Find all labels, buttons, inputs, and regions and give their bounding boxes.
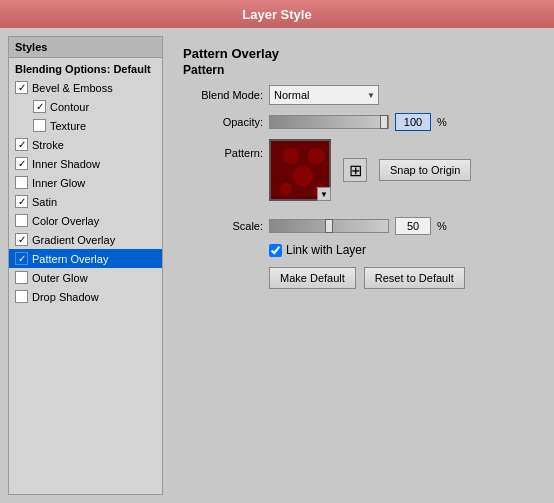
- scale-slider[interactable]: [269, 219, 389, 233]
- link-layer-checkbox[interactable]: [269, 244, 282, 257]
- drop-shadow-label: Drop Shadow: [32, 291, 99, 303]
- sidebar-item-contour[interactable]: Contour: [9, 97, 162, 116]
- gradient-overlay-checkbox[interactable]: [15, 233, 28, 246]
- satin-label: Satin: [32, 196, 57, 208]
- link-layer-label: Link with Layer: [286, 243, 366, 257]
- sidebar-item-inner-shadow[interactable]: Inner Shadow: [9, 154, 162, 173]
- opacity-row: Opacity: %: [183, 113, 534, 131]
- scale-row: Scale: %: [183, 217, 534, 235]
- contour-checkbox[interactable]: [33, 100, 46, 113]
- section-title: Pattern Overlay: [183, 46, 534, 61]
- texture-label: Texture: [50, 120, 86, 132]
- bevel-emboss-label: Bevel & Emboss: [32, 82, 113, 94]
- bottom-buttons: Make Default Reset to Default: [269, 267, 534, 289]
- link-layer-row: Link with Layer: [269, 243, 534, 257]
- sidebar-item-pattern-overlay[interactable]: Pattern Overlay: [9, 249, 162, 268]
- pattern-label: Pattern:: [183, 147, 263, 159]
- blend-mode-row: Blend Mode: Normal Dissolve Multiply Scr…: [183, 85, 534, 105]
- window-title: Layer Style: [242, 7, 311, 22]
- scale-label: Scale:: [183, 220, 263, 232]
- inner-glow-label: Inner Glow: [32, 177, 85, 189]
- scale-input[interactable]: [395, 217, 431, 235]
- section-subtitle: Pattern: [183, 63, 534, 77]
- blend-mode-label: Blend Mode:: [183, 89, 263, 101]
- pattern-area: ▼ ⊞ Snap to Origin: [269, 139, 471, 201]
- opacity-percent: %: [437, 116, 447, 128]
- sidebar-item-texture[interactable]: Texture: [9, 116, 162, 135]
- blend-mode-select[interactable]: Normal Dissolve Multiply Screen Overlay: [269, 85, 379, 105]
- sidebar-item-color-overlay[interactable]: Color Overlay: [9, 211, 162, 230]
- sidebar-item-drop-shadow[interactable]: Drop Shadow: [9, 287, 162, 306]
- sidebar-item-gradient-overlay[interactable]: Gradient Overlay: [9, 230, 162, 249]
- sidebar-item-stroke[interactable]: Stroke: [9, 135, 162, 154]
- inner-shadow-checkbox[interactable]: [15, 157, 28, 170]
- opacity-slider-container: %: [269, 113, 447, 131]
- content-area: Pattern Overlay Pattern Blend Mode: Norm…: [171, 36, 546, 495]
- left-panel: Styles Blending Options: Default Bevel &…: [8, 36, 163, 495]
- outer-glow-checkbox[interactable]: [15, 271, 28, 284]
- panel-title: Styles: [9, 37, 162, 58]
- pattern-options-button[interactable]: ⊞: [343, 158, 367, 182]
- drop-shadow-checkbox[interactable]: [15, 290, 28, 303]
- sidebar-item-inner-glow[interactable]: Inner Glow: [9, 173, 162, 192]
- satin-checkbox[interactable]: [15, 195, 28, 208]
- title-bar: Layer Style: [0, 0, 554, 28]
- stroke-checkbox[interactable]: [15, 138, 28, 151]
- inner-shadow-label: Inner Shadow: [32, 158, 100, 170]
- stroke-label: Stroke: [32, 139, 64, 151]
- texture-checkbox[interactable]: [33, 119, 46, 132]
- styles-list: Blending Options: Default Bevel & Emboss…: [9, 58, 162, 494]
- color-overlay-checkbox[interactable]: [15, 214, 28, 227]
- dialog-body: Styles Blending Options: Default Bevel &…: [0, 28, 554, 503]
- right-panel: Pattern Overlay Pattern Blend Mode: Norm…: [171, 36, 546, 495]
- make-default-button[interactable]: Make Default: [269, 267, 356, 289]
- pattern-thumbnail-wrapper[interactable]: ▼: [269, 139, 331, 201]
- snap-to-origin-button[interactable]: Snap to Origin: [379, 159, 471, 181]
- pattern-overlay-label: Pattern Overlay: [32, 253, 108, 265]
- sidebar-item-satin[interactable]: Satin: [9, 192, 162, 211]
- opacity-input[interactable]: [395, 113, 431, 131]
- reset-default-button[interactable]: Reset to Default: [364, 267, 465, 289]
- bevel-emboss-checkbox[interactable]: [15, 81, 28, 94]
- pattern-dropdown-button[interactable]: ▼: [317, 187, 331, 201]
- pattern-overlay-checkbox[interactable]: [15, 252, 28, 265]
- gradient-overlay-label: Gradient Overlay: [32, 234, 115, 246]
- scale-percent: %: [437, 220, 447, 232]
- pattern-row: Pattern: ▼ ⊞ Snap to Origin: [183, 139, 534, 209]
- outer-glow-label: Outer Glow: [32, 272, 88, 284]
- color-overlay-label: Color Overlay: [32, 215, 99, 227]
- sidebar-item-bevel-emboss[interactable]: Bevel & Emboss: [9, 78, 162, 97]
- contour-label: Contour: [50, 101, 89, 113]
- opacity-label: Opacity:: [183, 116, 263, 128]
- scale-slider-container: %: [269, 217, 447, 235]
- blend-mode-select-wrapper[interactable]: Normal Dissolve Multiply Screen Overlay: [269, 85, 379, 105]
- inner-glow-checkbox[interactable]: [15, 176, 28, 189]
- opacity-slider[interactable]: [269, 115, 389, 129]
- sidebar-item-outer-glow[interactable]: Outer Glow: [9, 268, 162, 287]
- blending-options-label[interactable]: Blending Options: Default: [9, 60, 162, 78]
